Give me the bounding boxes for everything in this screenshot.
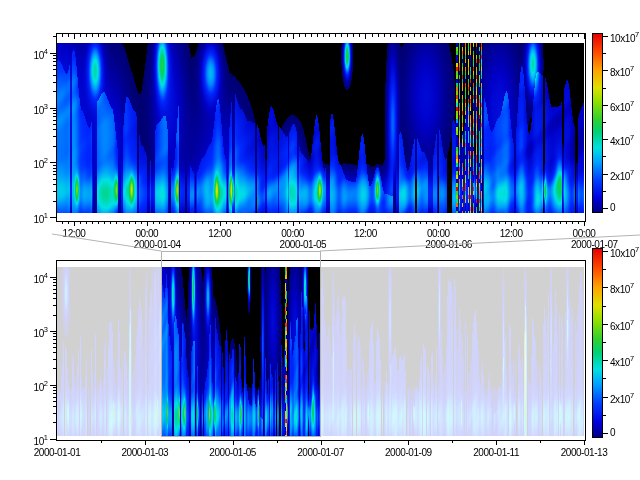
x-axis-top-tick (493, 34, 494, 37)
top-spectrogram-image[interactable] (57, 43, 584, 213)
x-axis-tick (469, 221, 470, 224)
colorbar-label: 6x107 (610, 319, 634, 332)
x-axis-tick (364, 440, 365, 443)
y-axis-minor-tick (53, 333, 56, 334)
y-axis-major-tick (50, 53, 56, 54)
x-axis-tick (238, 221, 239, 224)
colorbar-minor-tick (603, 53, 606, 54)
x-axis-top-tick (110, 34, 111, 37)
x-axis-tick (311, 221, 312, 224)
y-axis-minor-tick (53, 116, 56, 117)
x-axis-top-tick (189, 34, 190, 37)
x-axis-tick (572, 221, 573, 224)
x-axis-top-tick (268, 34, 269, 37)
zoom-highlight-box[interactable] (161, 251, 321, 437)
x-axis-top-tick (335, 34, 336, 37)
y-axis-minor-tick (53, 401, 56, 402)
x-tick-date-label: 2000-01-11 (473, 448, 519, 458)
wash-right-overlay (321, 267, 584, 436)
x-axis-tick (233, 440, 234, 445)
y-axis-minor-tick (53, 339, 56, 340)
x-axis-top-tick (280, 34, 281, 37)
colorbar-minor-tick (603, 156, 606, 157)
x-axis-tick (584, 440, 585, 445)
colorbar-label: 10x107 (610, 246, 639, 259)
x-axis-top-tick (86, 34, 87, 37)
x-axis-tick (487, 221, 488, 224)
x-axis-top-tick (123, 34, 124, 37)
x-axis-tick (359, 221, 360, 224)
x-axis-tick (548, 221, 549, 224)
y-axis-minor-tick (53, 191, 56, 192)
x-axis-tick (153, 221, 154, 224)
x-axis-top-tick (517, 34, 518, 37)
y-axis-minor-tick (53, 352, 56, 353)
x-axis-tick (341, 221, 342, 224)
y-axis-minor-tick (53, 282, 56, 283)
x-axis-tick (195, 221, 196, 224)
x-axis-top-tick (505, 34, 506, 37)
x-axis-top-tick (183, 34, 184, 37)
x-axis-top-tick (74, 34, 75, 39)
y-axis-minor-tick (53, 347, 56, 348)
x-axis-top-tick (104, 34, 105, 37)
x-axis-tick (384, 221, 385, 224)
colorbar-label: 10x107 (610, 31, 639, 44)
bottom-colorbar (592, 248, 603, 438)
x-axis-top-tick (256, 34, 257, 37)
x-axis-tick (402, 221, 403, 224)
x-axis-tick (584, 221, 585, 226)
x-axis-tick (147, 221, 148, 226)
x-axis-tick (250, 221, 251, 224)
x-axis-tick (414, 221, 415, 224)
x-axis-top-tick (396, 34, 397, 37)
x-axis-top-tick (408, 34, 409, 37)
x-axis-tick (426, 221, 427, 224)
x-axis-tick (481, 221, 482, 224)
x-axis-top-tick (220, 34, 221, 39)
y-axis-minor-tick (53, 82, 56, 83)
colorbar-minor-tick (603, 88, 606, 89)
y-axis-minor-tick (53, 171, 56, 172)
x-axis-top-tick (426, 34, 427, 37)
x-axis-tick (101, 440, 102, 443)
x-axis-top-tick (529, 34, 530, 37)
colorbar-major-tick (603, 433, 608, 434)
x-axis-tick (408, 440, 409, 445)
y-axis-minor-tick (53, 69, 56, 70)
bottom-colorbar-gradient (593, 249, 602, 437)
x-axis-tick (62, 221, 63, 224)
x-axis-top-tick (287, 34, 288, 37)
x-axis-top-tick (92, 34, 93, 37)
x-axis-top-tick (542, 34, 543, 37)
y-axis-minor-tick (53, 110, 56, 111)
x-axis-tick (390, 221, 391, 224)
x-axis-top-tick (372, 34, 373, 37)
x-axis-tick (123, 221, 124, 224)
x-axis-tick (98, 221, 99, 224)
y-axis-minor-tick (53, 305, 56, 306)
x-axis-top-tick (68, 34, 69, 37)
x-axis-tick (457, 221, 458, 224)
x-axis-tick (378, 221, 379, 224)
x-axis-tick (135, 221, 136, 224)
y-axis-major-tick (50, 108, 56, 109)
y-axis-minor-tick (53, 201, 56, 202)
x-axis-tick (244, 221, 245, 224)
y-axis-minor-tick (53, 293, 56, 294)
x-axis-tick (372, 221, 373, 224)
x-axis-top-tick (226, 34, 227, 37)
x-axis-tick (280, 221, 281, 224)
x-axis-tick (317, 221, 318, 224)
x-axis-tick (189, 440, 190, 443)
x-axis-tick (499, 221, 500, 224)
x-axis-tick (145, 440, 146, 445)
x-axis-top-tick (378, 34, 379, 37)
y-axis-minor-tick (53, 298, 56, 299)
x-axis-top-tick (62, 34, 63, 37)
y-axis-minor-tick (53, 168, 56, 169)
x-axis-top-tick (214, 34, 215, 37)
x-axis-tick (299, 221, 300, 224)
x-axis-top-tick (171, 34, 172, 37)
x-axis-tick (86, 221, 87, 224)
